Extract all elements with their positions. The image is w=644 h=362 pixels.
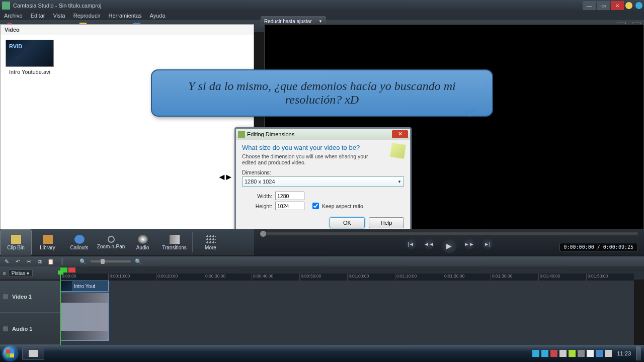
audio-track-label[interactable]: Audio 1 — [0, 313, 60, 345]
dimensions-dropdown[interactable]: 1280 x 1024▼ — [242, 176, 404, 187]
timecode-display: 0:00:00;00 / 0:00:09;25 — [559, 243, 638, 251]
waveform — [61, 293, 108, 340]
audio-clip[interactable] — [60, 293, 109, 341]
network-icon[interactable] — [596, 350, 603, 357]
rewind-button[interactable]: ◄◄ — [424, 238, 435, 249]
tray-icon-4[interactable] — [569, 350, 576, 357]
tray-icon-6[interactable] — [605, 350, 612, 357]
show-desktop-button[interactable] — [636, 346, 641, 360]
dialog-question: What size do you want your video to be? — [242, 144, 404, 151]
clip-thumbnail-name: Intro Youtube.avi — [6, 69, 54, 75]
taskbar-clock[interactable]: 11:23 — [617, 350, 631, 356]
copy-icon[interactable]: ⧉ — [36, 258, 43, 265]
cut-icon[interactable]: ✂ — [25, 258, 32, 265]
resize-cursor-icon: ◄► — [217, 172, 231, 183]
help-button[interactable]: Help — [369, 217, 404, 228]
dialog-title-bar[interactable]: Editing Dimensions ✕ — [236, 129, 410, 140]
editing-dimensions-dialog: Editing Dimensions ✕ What size do you wa… — [234, 127, 412, 236]
tool-more[interactable]: More — [195, 229, 226, 255]
tool-strip: Clip Bin Library Callouts Zoom-n-Pan Aud… — [0, 229, 254, 255]
app-icon — [2, 2, 10, 10]
tool-zoom-pan[interactable]: Zoom-n-Pan — [95, 229, 127, 255]
transitions-icon — [170, 235, 180, 244]
tool-library[interactable]: Library — [32, 229, 63, 255]
dimensions-label: Dimensions: — [242, 169, 404, 175]
height-label: Height: — [251, 203, 272, 209]
playback-bar: |◄ ◄◄ ▶ ►► ►| 0:00:00;00 / 0:00:09;25 — [254, 229, 644, 255]
clip-bin-icon — [11, 235, 21, 244]
track-content[interactable]: Intro Yout — [60, 281, 634, 345]
title-bar: Camtasia Studio - Sin título.camproj — ▭… — [0, 0, 644, 11]
start-button[interactable] — [0, 345, 20, 362]
zoom-slider[interactable] — [91, 260, 131, 262]
tracks-dropdown[interactable]: Pistas ▾ — [8, 269, 33, 277]
menu-herramientas[interactable]: Herramientas — [105, 13, 146, 19]
play-button[interactable]: ▶ — [442, 238, 457, 253]
window-title: Camtasia Studio - Sin título.camproj — [12, 3, 582, 9]
zoom-out-icon[interactable]: 🔍 — [79, 258, 87, 265]
tip-icon[interactable] — [625, 2, 632, 9]
height-input[interactable] — [275, 202, 304, 210]
video-track-label[interactable]: Video 1 — [0, 281, 60, 313]
next-button[interactable]: ►| — [482, 238, 493, 249]
playhead[interactable] — [60, 274, 61, 345]
clip-bin-header: Video — [1, 25, 254, 35]
callout-bubble: Y si da lo mismo, ¿que demonios hacía yo… — [151, 69, 493, 117]
menu-archivo[interactable]: Archivo — [0, 13, 27, 19]
tray-icon-3[interactable] — [550, 350, 557, 357]
video-clip-name: Intro Yout — [72, 284, 97, 289]
ok-button[interactable]: OK — [330, 217, 365, 228]
clip-bin-panel: Video Intro Youtube.avi — [0, 24, 254, 229]
menu-reproducir[interactable]: Reproducir — [69, 13, 105, 19]
dialog-subtitle: Choose the dimension you will use when s… — [242, 153, 373, 165]
help-icon[interactable] — [635, 2, 642, 9]
video-clip[interactable]: Intro Yout — [60, 281, 109, 292]
menu-ayuda[interactable]: Ayuda — [146, 13, 170, 19]
paste-icon[interactable]: 📋 — [47, 258, 54, 265]
close-button[interactable]: ✕ — [611, 1, 624, 10]
windows-orb-icon — [3, 346, 17, 360]
zoom-icon — [108, 236, 115, 243]
audio-icon — [138, 235, 148, 244]
tray-icon-2[interactable] — [541, 350, 548, 357]
callouts-icon — [74, 235, 85, 244]
maximize-button[interactable]: ▭ — [597, 1, 610, 10]
taskbar: 11:23 — [0, 345, 644, 362]
scrub-bar[interactable] — [260, 232, 638, 235]
menu-vista[interactable]: Vista — [49, 13, 69, 19]
zoom-in-icon[interactable]: 🔍 — [135, 258, 142, 265]
system-tray: 11:23 — [532, 346, 644, 360]
timeline-tracks: Video 1 Audio 1 Intro Yout — [0, 281, 634, 345]
forward-button[interactable]: ►► — [464, 238, 475, 249]
tool-audio[interactable]: Audio — [127, 229, 158, 255]
tray-icon-1[interactable] — [532, 350, 539, 357]
minimize-button[interactable]: — — [583, 1, 596, 10]
keep-aspect-checkbox[interactable] — [312, 203, 319, 209]
clip-thumbnail[interactable]: Intro Youtube.avi — [6, 40, 54, 75]
width-input[interactable] — [275, 192, 304, 200]
tool-callouts[interactable]: Callouts — [63, 229, 95, 255]
width-label: Width: — [251, 193, 272, 199]
split-icon[interactable]: ┆ — [58, 258, 65, 265]
dialog-title: Editing Dimensions — [247, 131, 294, 137]
more-icon — [206, 235, 216, 244]
library-icon — [43, 235, 53, 244]
timeline-ruler[interactable]: 0:00:000:00:10:000:00:20:000:00:30:000:0… — [60, 274, 634, 281]
menu-editar[interactable]: Editar — [27, 13, 49, 19]
scrub-knob[interactable] — [260, 231, 266, 237]
dialog-close-button[interactable]: ✕ — [392, 130, 408, 138]
video-clip-thumb — [61, 281, 72, 291]
dialog-icon — [238, 131, 245, 138]
taskbar-app[interactable] — [22, 347, 44, 360]
tl-tool-2[interactable]: ↶ — [14, 258, 21, 265]
tool-clip-bin[interactable]: Clip Bin — [0, 229, 32, 255]
tl-tool-1[interactable]: ✎ — [3, 258, 10, 265]
taskbar-app-icon — [29, 350, 38, 357]
tray-icon-5[interactable] — [578, 350, 585, 357]
tool-transitions[interactable]: Transitions — [158, 229, 190, 255]
volume-icon[interactable] — [587, 350, 594, 357]
tracks-menu-icon[interactable]: ≡ — [3, 270, 6, 276]
out-marker[interactable] — [68, 267, 75, 273]
prev-button[interactable]: |◄ — [406, 238, 417, 249]
tray-expand-icon[interactable] — [559, 350, 567, 357]
